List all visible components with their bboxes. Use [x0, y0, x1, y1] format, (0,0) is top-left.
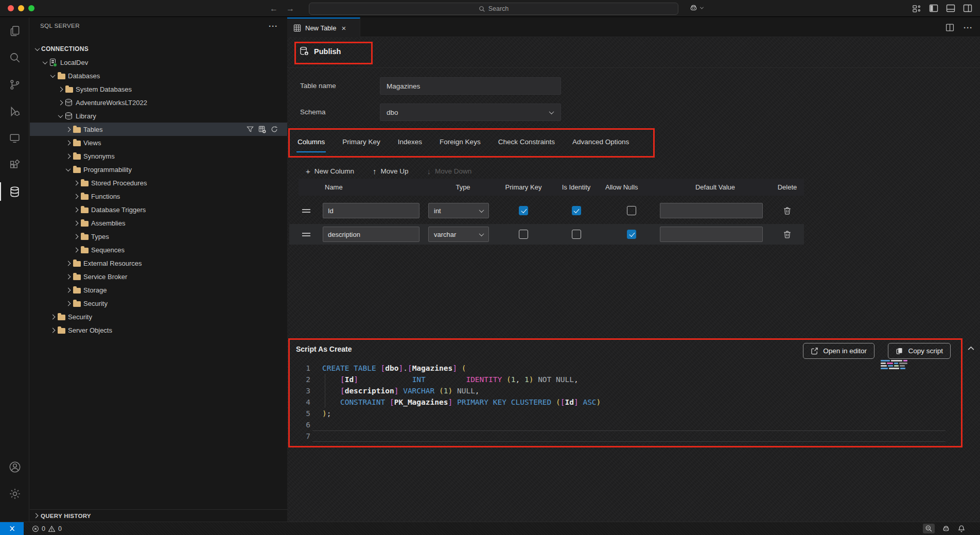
- table-name-input[interactable]: [380, 77, 561, 95]
- tree-item-stored-procedures[interactable]: Stored Procedures: [30, 176, 287, 189]
- close-tab-icon[interactable]: ×: [341, 24, 346, 32]
- designer-tab-advanced-options[interactable]: Advanced Options: [571, 135, 630, 152]
- tree-item-programmability[interactable]: Programmability: [30, 163, 287, 176]
- remote-explorer-icon: [8, 132, 21, 145]
- tree-item-database-triggers[interactable]: Database Triggers: [30, 203, 287, 216]
- tree-item-server-objects[interactable]: Server Objects: [30, 323, 287, 337]
- tree-item-databases[interactable]: Databases: [30, 69, 287, 82]
- activity-search[interactable]: [0, 44, 29, 71]
- customize-layout-icon[interactable]: [912, 4, 922, 13]
- copilot-menu[interactable]: [689, 3, 703, 13]
- toggle-sidebar-left-icon[interactable]: [929, 3, 939, 13]
- drag-handle[interactable]: [289, 209, 323, 213]
- chevron-right-icon: [65, 274, 71, 279]
- error-icon: [32, 525, 39, 532]
- default-value-input[interactable]: [660, 227, 763, 242]
- activity-remote-explorer[interactable]: [0, 125, 29, 151]
- move-up-button[interactable]: ↑ Move Up: [373, 167, 409, 176]
- is-identity-checkbox[interactable]: [572, 206, 581, 215]
- problems-indicator[interactable]: 0 0: [32, 525, 62, 532]
- chevron-right-icon: [58, 87, 63, 92]
- designer-tab-foreign-keys[interactable]: Foreign Keys: [439, 135, 482, 152]
- designer-tab-indexes[interactable]: Indexes: [397, 135, 423, 152]
- open-in-editor-button[interactable]: Open in editor: [803, 343, 874, 359]
- tree-item-storage[interactable]: Storage: [30, 283, 287, 297]
- activity-sql-server[interactable]: [0, 178, 29, 205]
- tree-item-connections[interactable]: CONNECTIONS: [30, 42, 287, 56]
- status-bar: 0 0: [0, 522, 980, 535]
- type-select[interactable]: varchar: [428, 227, 489, 242]
- column-name-input[interactable]: [323, 203, 419, 218]
- grid-header-allow-nulls: Allow Nulls: [603, 183, 660, 191]
- activity-files[interactable]: [0, 18, 29, 44]
- copy-script-button[interactable]: Copy script: [888, 343, 951, 359]
- move-down-button[interactable]: ↓ Move Down: [427, 167, 472, 176]
- minimize-window-button[interactable]: [18, 5, 24, 11]
- new-table-icon[interactable]: [258, 126, 266, 133]
- folder-icon: [72, 153, 83, 160]
- designer-tab-check-constraints[interactable]: Check Constraints: [497, 135, 556, 152]
- activity-source-control[interactable]: [0, 71, 29, 98]
- activity-accounts[interactable]: [0, 454, 29, 480]
- tree-item-synonyms[interactable]: Synonyms: [30, 149, 287, 163]
- chevron-down-icon: [479, 208, 484, 213]
- allow-nulls-checkbox[interactable]: [627, 230, 636, 239]
- open-external-icon: [811, 347, 818, 355]
- tree-item-sequences[interactable]: Sequences: [30, 243, 287, 256]
- tree-item-service-broker[interactable]: Service Broker: [30, 270, 287, 283]
- tree-item-functions[interactable]: Functions: [30, 189, 287, 203]
- type-select[interactable]: int: [428, 203, 489, 218]
- column-name-input[interactable]: [323, 227, 419, 242]
- is-identity-checkbox[interactable]: [572, 230, 581, 239]
- tree-item-external-resources[interactable]: External Resources: [30, 256, 287, 270]
- tree-item-types[interactable]: Types: [30, 230, 287, 243]
- tree-item-assemblies[interactable]: Assemblies: [30, 216, 287, 230]
- tree-item-tables[interactable]: Tables: [30, 123, 287, 136]
- schema-select[interactable]: dbo: [380, 103, 561, 121]
- filter-icon[interactable]: [247, 126, 254, 133]
- tree-item-security[interactable]: Security: [30, 297, 287, 310]
- tree-item-views[interactable]: Views: [30, 136, 287, 149]
- toggle-sidebar-right-icon[interactable]: [962, 3, 973, 13]
- tree-item-security[interactable]: Security: [30, 310, 287, 323]
- line-number: 1: [290, 363, 310, 374]
- more-actions-icon[interactable]: ···: [269, 22, 278, 30]
- back-arrow-icon[interactable]: ←: [270, 4, 278, 13]
- query-history-section[interactable]: QUERY HISTORY: [30, 509, 287, 522]
- allow-nulls-checkbox[interactable]: [627, 206, 636, 215]
- tree-item-system-databases[interactable]: System Databases: [30, 82, 287, 96]
- drag-handle[interactable]: [289, 233, 323, 236]
- activity-extensions[interactable]: [0, 151, 29, 178]
- delete-button[interactable]: [771, 230, 804, 239]
- zoom-status-button[interactable]: [923, 524, 935, 533]
- primary-key-checkbox[interactable]: [519, 206, 528, 215]
- close-window-button[interactable]: [8, 5, 14, 11]
- bell-icon[interactable]: [957, 525, 966, 533]
- designer-tab-primary-key[interactable]: Primary Key: [341, 135, 381, 152]
- primary-key-checkbox[interactable]: [519, 230, 528, 239]
- remote-indicator[interactable]: [0, 522, 24, 535]
- tree-item-library[interactable]: Library: [30, 109, 287, 123]
- grid-header-is-identity: Is Identity: [549, 183, 603, 191]
- activity-run-debug[interactable]: [0, 98, 29, 125]
- refresh-icon[interactable]: [271, 126, 278, 133]
- sql-code-editor[interactable]: 1CREATE TABLE [dbo].[Magazines] (2 [Id] …: [290, 363, 961, 442]
- activity-settings[interactable]: [0, 480, 29, 507]
- split-editor-icon[interactable]: [946, 23, 954, 32]
- editor-more-actions-icon[interactable]: ···: [964, 23, 973, 32]
- tree-item-localdev[interactable]: LocalDev: [30, 56, 287, 69]
- maximize-window-button[interactable]: [28, 5, 34, 11]
- new-column-button[interactable]: + New Column: [306, 167, 354, 176]
- publish-button[interactable]: Publish: [299, 46, 341, 57]
- toggle-panel-icon[interactable]: [946, 3, 956, 13]
- script-as-create-panel: Script As Create Open in editor Copy scr…: [288, 338, 962, 447]
- copilot-status-icon[interactable]: [941, 524, 951, 533]
- command-center-search[interactable]: Search: [309, 3, 678, 15]
- delete-button[interactable]: [771, 206, 804, 215]
- collapse-panel-chevron-icon[interactable]: [967, 344, 975, 353]
- default-value-input[interactable]: [660, 203, 763, 218]
- forward-arrow-icon[interactable]: →: [286, 4, 294, 13]
- tree-item-adventureworkslt2022[interactable]: AdventureWorksLT2022: [30, 96, 287, 109]
- tab-new-table[interactable]: New Table ×: [287, 18, 360, 37]
- designer-tab-columns[interactable]: Columns: [296, 135, 326, 152]
